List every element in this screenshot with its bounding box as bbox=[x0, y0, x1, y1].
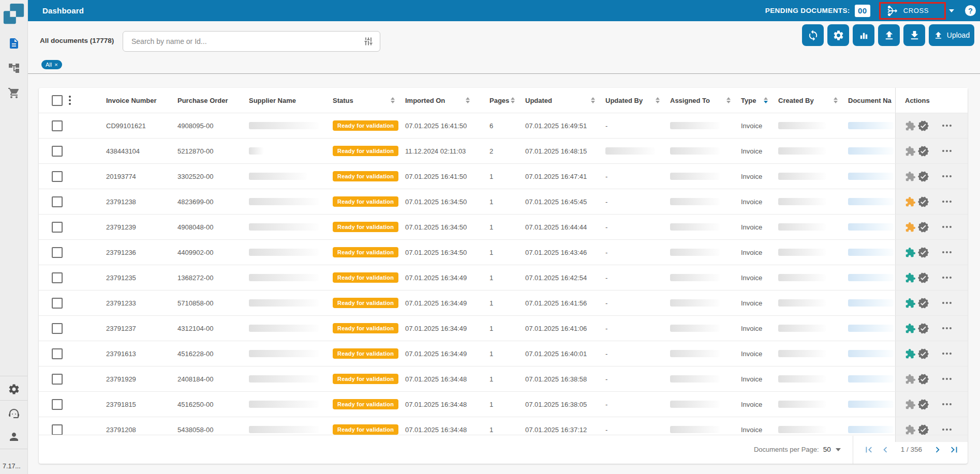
table-row[interactable]: 23791613 4516228-00 Ready for validation… bbox=[39, 341, 968, 366]
refresh-button[interactable] bbox=[802, 24, 824, 46]
header-created-by[interactable]: Created By bbox=[772, 88, 842, 113]
redacted-creator bbox=[778, 426, 826, 433]
column-menu-icon[interactable] bbox=[69, 96, 71, 105]
header-document-name[interactable]: Document Na bbox=[842, 88, 895, 113]
workspace-cross-button[interactable]: CROSS bbox=[879, 2, 946, 20]
app-logo-icon bbox=[2, 2, 26, 26]
table-row[interactable]: 23791929 2408184-00 Ready for validation… bbox=[39, 366, 968, 391]
header-assigned-to[interactable]: Assigned To bbox=[664, 88, 735, 113]
row-checkbox[interactable] bbox=[52, 146, 63, 157]
download-button[interactable] bbox=[903, 24, 925, 46]
cell-purchase-order: 5212870-00 bbox=[171, 139, 243, 163]
row-checkbox[interactable] bbox=[52, 222, 63, 233]
row-menu-icon[interactable] bbox=[942, 175, 952, 177]
row-menu-icon[interactable] bbox=[942, 429, 952, 431]
table-row[interactable]: 23791235 1368272-00 Ready for validation… bbox=[39, 265, 968, 290]
row-checkbox[interactable] bbox=[52, 298, 63, 309]
header-purchase-order[interactable]: Purchase Order bbox=[171, 88, 243, 113]
filter-tune-icon[interactable] bbox=[363, 36, 374, 47]
table-row[interactable]: CD99101621 4908095-00 Ready for validati… bbox=[39, 113, 968, 138]
row-menu-icon[interactable] bbox=[942, 277, 952, 279]
statistics-button[interactable] bbox=[853, 24, 874, 46]
row-checkbox[interactable] bbox=[52, 399, 63, 410]
row-menu-icon[interactable] bbox=[942, 226, 952, 228]
table-row[interactable]: 23791233 5710858-00 Ready for validation… bbox=[39, 290, 968, 315]
cell-purchase-order: 4823699-00 bbox=[171, 189, 243, 214]
row-menu-icon[interactable] bbox=[942, 302, 952, 304]
table-row[interactable]: 23791238 4823699-00 Ready for validation… bbox=[39, 189, 968, 214]
row-menu-icon[interactable] bbox=[942, 327, 952, 329]
sort-icon[interactable] bbox=[656, 97, 660, 103]
workspace-dropdown-caret-icon[interactable] bbox=[949, 9, 954, 12]
header-type[interactable]: Type bbox=[735, 88, 772, 113]
per-page-select[interactable]: 50 bbox=[823, 446, 831, 453]
sort-icon[interactable] bbox=[591, 97, 595, 103]
row-checkbox[interactable] bbox=[52, 348, 63, 359]
upload-button[interactable]: Upload bbox=[929, 24, 974, 46]
row-checkbox[interactable] bbox=[52, 272, 63, 283]
sidebar-item-workflow[interactable] bbox=[0, 57, 27, 80]
table-row[interactable]: 438443104 5212870-00 Ready for validatio… bbox=[39, 138, 968, 163]
chip-remove-icon[interactable]: × bbox=[54, 62, 57, 68]
row-menu-icon[interactable] bbox=[942, 150, 952, 152]
search-input[interactable] bbox=[130, 37, 363, 46]
sort-icon-active-desc[interactable] bbox=[764, 97, 768, 103]
redacted-document-name bbox=[848, 173, 894, 180]
sidebar-item-support[interactable] bbox=[0, 402, 27, 425]
row-menu-icon[interactable] bbox=[942, 353, 952, 355]
header-supplier-name[interactable]: Supplier Name bbox=[243, 88, 326, 113]
sidebar-item-purchases[interactable] bbox=[0, 82, 27, 104]
header-pages[interactable]: Pages bbox=[474, 88, 519, 113]
row-checkbox[interactable] bbox=[52, 424, 63, 435]
sort-icon[interactable] bbox=[834, 97, 838, 103]
next-page-icon[interactable] bbox=[932, 444, 943, 455]
sidebar-item-documents[interactable] bbox=[0, 32, 27, 55]
redacted-creator bbox=[778, 249, 826, 256]
sidebar-item-settings[interactable] bbox=[0, 378, 27, 401]
table-row[interactable]: 23791237 4312104-00 Ready for validation… bbox=[39, 315, 968, 341]
row-menu-icon[interactable] bbox=[942, 201, 952, 203]
sort-icon[interactable] bbox=[466, 97, 470, 103]
verified-badge-icon bbox=[917, 399, 929, 410]
row-menu-icon[interactable] bbox=[942, 125, 952, 127]
table-row[interactable]: 20193774 3302520-00 Ready for validation… bbox=[39, 163, 968, 189]
table-row[interactable]: 23791239 4908048-00 Ready for validation… bbox=[39, 214, 968, 239]
row-checkbox[interactable] bbox=[52, 171, 63, 182]
previous-page-icon[interactable] bbox=[880, 444, 891, 455]
settings-button[interactable] bbox=[827, 24, 849, 46]
row-menu-icon[interactable] bbox=[942, 403, 952, 405]
integration-puzzle-icon bbox=[905, 298, 916, 309]
header-invoice-number[interactable]: Invoice Number bbox=[100, 88, 171, 113]
sort-icon[interactable] bbox=[391, 97, 395, 103]
filter-chip-all[interactable]: All × bbox=[41, 60, 62, 69]
sidebar-item-account[interactable] bbox=[0, 425, 27, 448]
first-page-icon[interactable] bbox=[863, 444, 874, 455]
export-button[interactable] bbox=[878, 24, 900, 46]
cell-supplier-name bbox=[243, 113, 326, 138]
cell-created-by bbox=[772, 366, 842, 391]
cell-type: Invoice bbox=[735, 139, 772, 163]
table-row[interactable]: 23791815 4516250-00 Ready for validation… bbox=[39, 391, 968, 417]
sort-icon[interactable] bbox=[511, 97, 515, 103]
row-checkbox[interactable] bbox=[52, 247, 63, 258]
cell-updated: 07.01.2025 16:40:01 bbox=[519, 341, 599, 366]
header-status[interactable]: Status bbox=[326, 88, 399, 113]
table-row[interactable]: 23791236 4409902-00 Ready for validation… bbox=[39, 239, 968, 265]
header-imported-on[interactable]: Imported On bbox=[399, 88, 474, 113]
cell-updated-by: - bbox=[599, 341, 664, 366]
header-updated-by[interactable]: Updated By bbox=[599, 88, 664, 113]
row-menu-icon[interactable] bbox=[942, 378, 952, 380]
row-menu-icon[interactable] bbox=[942, 251, 952, 253]
row-checkbox[interactable] bbox=[52, 374, 63, 385]
row-checkbox[interactable] bbox=[52, 323, 63, 334]
help-button[interactable]: ? bbox=[965, 5, 976, 16]
header-updated[interactable]: Updated bbox=[519, 88, 599, 113]
row-checkbox[interactable] bbox=[52, 120, 63, 131]
last-page-icon[interactable] bbox=[948, 444, 960, 455]
row-checkbox[interactable] bbox=[52, 196, 63, 207]
select-all-checkbox[interactable] bbox=[52, 95, 63, 106]
cell-created-by bbox=[772, 139, 842, 163]
sort-icon[interactable] bbox=[726, 97, 731, 103]
cell-updated-by: - bbox=[599, 290, 664, 315]
per-page-caret-icon[interactable] bbox=[836, 448, 841, 451]
